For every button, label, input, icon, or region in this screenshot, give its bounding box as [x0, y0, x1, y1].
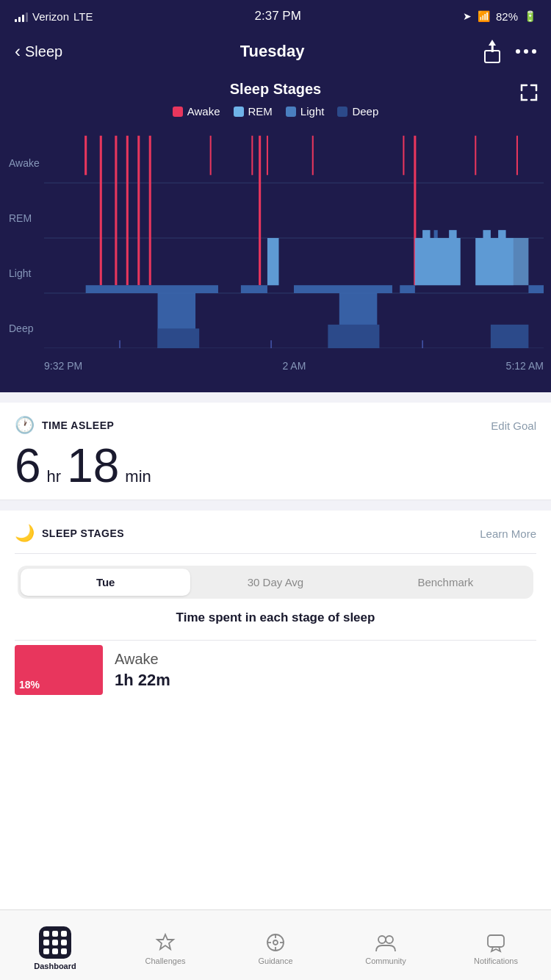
share-arrow-icon: [489, 40, 496, 46]
nav-item-challenges[interactable]: Challenges: [110, 910, 220, 980]
sleep-stages-title-row: 🌙 SLEEP STAGES: [15, 524, 124, 543]
legend-light: Light: [286, 105, 325, 118]
stages-tabs: Tue 30 Day Avg Benchmark: [18, 566, 533, 599]
time-mid: 2 AM: [282, 360, 306, 372]
svg-point-30: [273, 940, 278, 945]
stages-subtitle: Time spent in each stage of sleep: [15, 610, 536, 625]
tab-benchmark[interactable]: Benchmark: [361, 569, 530, 596]
legend-light-label: Light: [300, 105, 325, 118]
stage-item-awake: 18% Awake 1h 22m: [15, 640, 536, 702]
legend-deep: Deep: [337, 105, 378, 118]
y-label-rem: REM: [9, 212, 40, 224]
time-start: 9:32 PM: [44, 360, 82, 372]
chart-y-labels: Awake REM Light Deep: [9, 128, 40, 378]
more-dot-2: [524, 49, 528, 54]
more-dot-3: [532, 49, 536, 54]
status-time: 2:37 PM: [255, 9, 301, 24]
tab-tue[interactable]: Tue: [21, 569, 190, 596]
status-left: Verizon LTE: [15, 10, 93, 23]
guidance-label: Guidance: [258, 956, 292, 965]
svg-point-35: [378, 936, 386, 943]
svg-marker-28: [157, 934, 173, 949]
time-asleep-header: 🕐 TIME ASLEEP Edit Goal: [15, 416, 536, 435]
page-header: ‹ Sleep Tuesday: [0, 32, 551, 73]
expand-chart-button[interactable]: [519, 82, 539, 103]
status-bar: Verizon LTE 2:37 PM ➤ 📶 82% 🔋: [0, 0, 551, 32]
svg-rect-27: [491, 325, 529, 348]
bluetooth-icon: 📶: [478, 10, 490, 22]
time-asleep-title: TIME ASLEEP: [42, 419, 114, 431]
y-label-light: Light: [9, 267, 40, 279]
sleep-stages-title: SLEEP STAGES: [42, 527, 124, 539]
svg-rect-37: [488, 935, 504, 947]
time-end: 5:12 AM: [506, 360, 544, 372]
carrier-label: Verizon: [32, 10, 69, 23]
bottom-navigation: Dashboard Challenges Guidance: [0, 909, 551, 980]
back-button[interactable]: ‹ Sleep: [15, 41, 62, 62]
location-icon: ➤: [463, 10, 472, 22]
legend-awake-dot: [173, 107, 183, 117]
share-box-icon: [484, 50, 500, 63]
legend-deep-dot: [337, 107, 347, 117]
battery-icon: 🔋: [524, 10, 536, 22]
nav-item-dashboard[interactable]: Dashboard: [0, 910, 110, 980]
sleep-chart-container: Sleep Stages Awake REM Light Deep Awake …: [0, 73, 551, 392]
notifications-icon: [485, 932, 507, 954]
tab-30day[interactable]: 30 Day Avg: [190, 569, 360, 596]
back-label: Sleep: [25, 43, 62, 60]
awake-bar-wrapper: 18%: [15, 645, 103, 695]
awake-duration: 1h 22m: [115, 671, 536, 690]
chart-title: Sleep Stages: [0, 81, 551, 98]
legend-light-dot: [286, 107, 296, 117]
section-divider-1: [0, 392, 551, 403]
dashboard-grid: [43, 931, 67, 954]
guidance-icon: [264, 932, 287, 954]
sleep-chart: Awake REM Light Deep: [0, 128, 551, 378]
sleep-stage-svg: [44, 128, 544, 348]
signal-icon: [15, 10, 28, 22]
y-label-awake: Awake: [9, 157, 40, 169]
network-label: LTE: [73, 10, 93, 23]
back-arrow-icon: ‹: [15, 41, 21, 62]
awake-name: Awake: [115, 651, 536, 668]
sleep-stages-header: 🌙 SLEEP STAGES Learn More: [15, 524, 536, 554]
legend-deep-label: Deep: [352, 105, 378, 118]
nav-item-community[interactable]: Community: [331, 910, 441, 980]
challenges-icon: [154, 932, 176, 954]
svg-point-36: [386, 936, 393, 943]
battery-label: 82%: [496, 10, 518, 23]
page-title: Tuesday: [240, 42, 305, 61]
time-asleep-section: 🕐 TIME ASLEEP Edit Goal 6 hr 18 min: [0, 403, 551, 500]
learn-more-button[interactable]: Learn More: [480, 527, 536, 540]
legend-rem: REM: [234, 105, 273, 118]
hours-value: 6: [15, 442, 41, 489]
chart-legend: Awake REM Light Deep: [0, 105, 551, 118]
section-divider-2: [0, 500, 551, 511]
moon-icon: 🌙: [15, 524, 35, 543]
sleep-stages-section: 🌙 SLEEP STAGES Learn More Tue 30 Day Avg…: [0, 511, 551, 702]
challenges-label: Challenges: [145, 956, 185, 965]
notifications-label: Notifications: [474, 956, 518, 965]
community-icon: [375, 932, 397, 954]
awake-pct: 18%: [19, 679, 40, 691]
hr-unit: hr: [47, 467, 62, 486]
svg-rect-26: [328, 325, 379, 348]
nav-item-guidance[interactable]: Guidance: [220, 910, 331, 980]
header-actions: [482, 40, 536, 63]
awake-info: Awake 1h 22m: [115, 651, 536, 690]
y-label-deep: Deep: [9, 323, 40, 334]
awake-bar: 18%: [15, 645, 103, 695]
time-asleep-value: 6 hr 18 min: [15, 442, 536, 489]
minutes-value: 18: [67, 442, 119, 489]
legend-awake: Awake: [173, 105, 220, 118]
time-axis: 9:32 PM 2 AM 5:12 AM: [44, 360, 544, 372]
dashboard-label: Dashboard: [34, 962, 76, 970]
more-button[interactable]: [516, 49, 536, 54]
svg-rect-25: [158, 328, 200, 348]
dashboard-icon: [39, 926, 71, 959]
edit-goal-button[interactable]: Edit Goal: [491, 419, 536, 432]
more-dot-1: [516, 49, 520, 54]
clock-icon: 🕐: [15, 416, 35, 435]
share-button[interactable]: [482, 40, 503, 63]
nav-item-notifications[interactable]: Notifications: [441, 910, 551, 980]
